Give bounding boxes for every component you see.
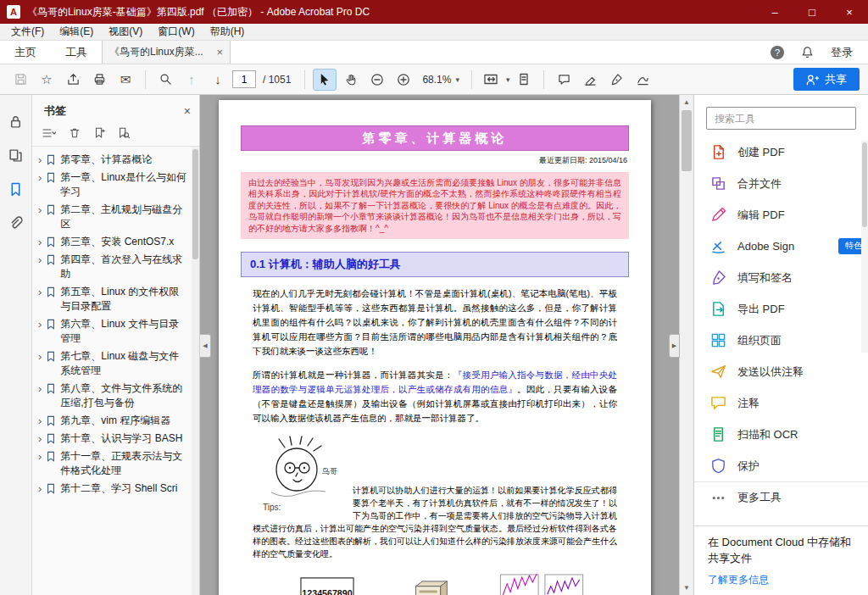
collapse-left-panel-button[interactable]: ◀ <box>200 334 211 358</box>
bookmark-item[interactable]: › 第八章、文件与文件系统的压缩,打包与备份 <box>32 380 191 412</box>
attachments-paperclip-icon[interactable] <box>8 214 25 231</box>
select-tool-icon[interactable] <box>313 69 337 91</box>
comment-tool-icon[interactable] <box>552 69 576 91</box>
chevron-expand-icon[interactable]: › <box>38 285 42 299</box>
tool-fill-sign[interactable]: 填写和签名 <box>694 262 868 293</box>
scrollbar-thumb[interactable] <box>862 142 867 227</box>
bookmarks-close-icon[interactable]: × <box>184 104 191 118</box>
tab-home[interactable]: 主页 <box>0 41 51 64</box>
bookmarks-panel-icon[interactable] <box>8 181 25 197</box>
chevron-expand-icon[interactable]: › <box>38 317 42 331</box>
single-page-view-icon[interactable] <box>512 69 536 91</box>
share-button[interactable]: 共享 <box>793 68 860 91</box>
learn-more-link[interactable]: 了解更多信息 <box>708 573 769 587</box>
chevron-expand-icon[interactable]: › <box>38 449 42 464</box>
sign-pen-tool-icon[interactable] <box>604 69 628 91</box>
bookmark-item[interactable]: › 第七章、Linux 磁盘与文件系统管理 <box>32 348 191 380</box>
close-button[interactable]: × <box>831 0 868 24</box>
scroll-up-arrow-icon[interactable]: ▲ <box>680 96 693 108</box>
zoom-out-icon[interactable] <box>365 69 389 91</box>
bookmark-options-icon[interactable] <box>42 127 56 139</box>
highlight-tool-icon[interactable] <box>578 69 602 91</box>
security-lock-icon[interactable] <box>8 113 25 130</box>
tool-create-pdf[interactable]: 创建 PDF <box>694 136 868 168</box>
bookmark-item[interactable]: › 第六章、Linux 文件与目录管理 <box>32 315 191 348</box>
fit-width-dropdown-icon[interactable] <box>480 69 504 91</box>
chevron-down-icon[interactable]: ▾ <box>506 75 510 84</box>
bookmark-icon <box>46 204 56 215</box>
chevron-expand-icon[interactable]: › <box>38 203 42 217</box>
new-bookmark-icon[interactable] <box>93 127 105 139</box>
tool-organize-pages[interactable]: 组织页面 <box>694 325 868 356</box>
chevron-expand-icon[interactable]: › <box>38 253 42 267</box>
chevron-expand-icon[interactable]: › <box>38 153 42 167</box>
bookmark-item[interactable]: › 第九章、vim 程序编辑器 <box>32 412 191 430</box>
star-icon[interactable]: ☆ <box>35 69 58 91</box>
bookmark-item[interactable]: › 第一章、Linux是什么与如何学习 <box>32 169 191 201</box>
notifications-bell-icon[interactable] <box>801 46 814 58</box>
tool-adobe-sign[interactable]: Adobe Sign 特色 <box>694 231 868 262</box>
zoom-level-dropdown[interactable]: 68.1% ▾ <box>418 74 464 86</box>
bookmark-item[interactable]: › 第十章、认识与学习 BASH <box>32 430 191 448</box>
tool-combine-files[interactable]: 合并文件 <box>694 168 868 199</box>
bookmark-item[interactable]: › 第五章、Linux 的文件权限与目录配置 <box>32 283 191 315</box>
bookmark-item[interactable]: › 第零章、计算器概论 <box>32 151 191 169</box>
email-icon[interactable]: ✉ <box>114 69 137 91</box>
save-icon[interactable] <box>8 69 32 91</box>
bookmarks-scrollbar[interactable] <box>192 147 199 595</box>
zoom-search-icon[interactable] <box>153 69 177 91</box>
sign-in-link[interactable]: 登录 <box>831 45 853 60</box>
document-area[interactable]: 第零章、计算器概论 最近更新日期: 2015/04/16 由过去的经验当中，鸟哥… <box>200 95 693 595</box>
bookmark-item[interactable]: › 第二章、主机规划与磁盘分区 <box>32 201 191 233</box>
scroll-down-arrow-icon[interactable]: ▼ <box>680 581 693 594</box>
bookmark-item[interactable]: › 第四章、首次登入与在线求助 <box>32 251 191 283</box>
chevron-expand-icon[interactable]: › <box>38 235 42 249</box>
document-scrollbar[interactable]: ▲ ▼ <box>679 95 693 595</box>
tab-tools[interactable]: 工具 <box>51 41 102 64</box>
maximize-button[interactable]: □ <box>793 0 831 24</box>
toolbar-separator <box>145 70 146 89</box>
print-icon[interactable] <box>87 69 111 91</box>
find-bookmark-icon[interactable] <box>118 127 130 139</box>
chevron-expand-icon[interactable]: › <box>38 481 42 496</box>
document-tab-close-icon[interactable]: × <box>216 46 223 58</box>
zoom-in-icon[interactable] <box>392 69 415 91</box>
menu-edit[interactable]: 编辑(E) <box>52 25 101 39</box>
tool-scan-ocr[interactable]: 扫描和 OCR <box>694 419 868 450</box>
menu-file[interactable]: 文件(F) <box>3 25 52 39</box>
bookmark-item[interactable]: › 第十二章、学习 Shell Scri <box>32 480 191 498</box>
chevron-expand-icon[interactable]: › <box>38 349 42 364</box>
next-page-icon[interactable]: ↓ <box>206 69 230 91</box>
scrollbar-thumb[interactable] <box>192 149 198 259</box>
share-upload-icon[interactable] <box>61 69 85 91</box>
tool-send-for-comments[interactable]: 发送以供注释 <box>694 356 868 387</box>
previous-page-icon[interactable]: ↑ <box>180 69 203 91</box>
menu-view[interactable]: 视图(V) <box>101 25 150 39</box>
delete-bookmark-trash-icon[interactable] <box>69 127 81 139</box>
chevron-expand-icon[interactable]: › <box>38 431 42 446</box>
chevron-expand-icon[interactable]: › <box>38 414 42 428</box>
tool-more-tools[interactable]: 更多工具 <box>694 481 868 513</box>
tool-comment[interactable]: 注释 <box>694 387 868 419</box>
document-tab[interactable]: 《鸟哥的Linux房菜... × <box>102 41 231 64</box>
draw-tool-icon[interactable] <box>631 69 654 91</box>
page-number-input[interactable] <box>232 70 256 88</box>
help-icon[interactable]: ? <box>771 46 784 59</box>
scrollbar-thumb[interactable] <box>682 110 692 171</box>
bookmark-item[interactable]: › 第十一章、正规表示法与文件格式化处理 <box>32 448 191 480</box>
expand-right-panel-button[interactable]: ▶ <box>669 334 680 358</box>
page-thumbnails-icon[interactable] <box>8 147 25 164</box>
tool-edit-pdf[interactable]: 编辑 PDF <box>694 199 868 231</box>
menu-help[interactable]: 帮助(H) <box>203 25 253 39</box>
chevron-expand-icon[interactable]: › <box>38 381 42 396</box>
tool-protect[interactable]: 保护 <box>694 450 868 481</box>
hand-tool-icon[interactable] <box>339 69 363 91</box>
tools-panel: 创建 PDF 合并文件 编辑 PDF Adobe Sign 特色 <box>693 95 868 595</box>
bookmark-item[interactable]: › 第三章、安装 CentOS7.x <box>32 233 191 251</box>
chevron-expand-icon[interactable]: › <box>38 170 42 185</box>
search-tools-input[interactable] <box>706 107 856 130</box>
minimize-button[interactable]: – <box>756 0 793 24</box>
tool-export-pdf[interactable]: 导出 PDF <box>694 293 868 325</box>
menu-window[interactable]: 窗口(W) <box>150 25 202 39</box>
tools-panel-scrollbar[interactable] <box>861 141 868 353</box>
